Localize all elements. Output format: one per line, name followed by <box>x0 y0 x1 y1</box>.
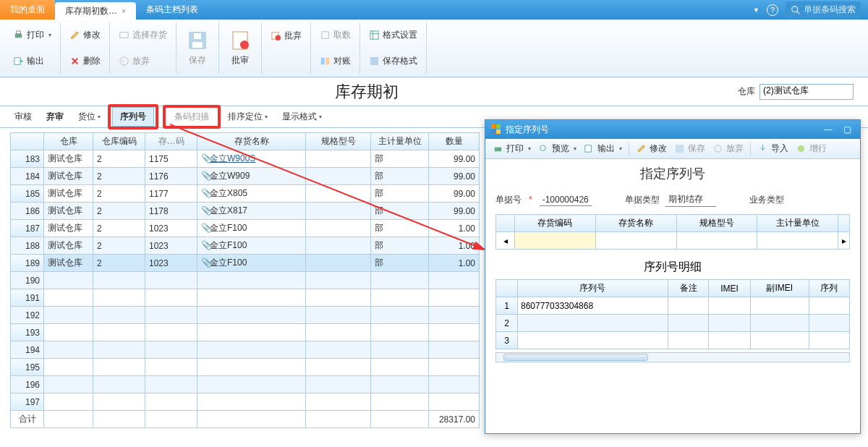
col-unit[interactable]: 主计量单位 <box>371 133 429 150</box>
warehouse-select[interactable]: (2)测试仓库 <box>760 84 854 100</box>
col-imei2[interactable]: 副IMEI <box>750 280 809 297</box>
table-row[interactable]: 195 <box>11 359 480 376</box>
discard-button[interactable]: 放弃 <box>116 54 170 69</box>
col-idx[interactable] <box>11 133 44 150</box>
save-format-button[interactable]: 保存格式 <box>366 54 420 69</box>
save-icon <box>185 28 210 53</box>
svg-rect-25 <box>495 148 501 152</box>
col-qty[interactable]: 数量 <box>429 133 480 150</box>
serial-row[interactable]: 2 <box>496 315 850 332</box>
search-icon <box>791 5 801 15</box>
approve-button[interactable]: 批审 <box>229 53 252 68</box>
sort-button[interactable]: 排序定位▾ <box>221 108 275 126</box>
svg-point-0 <box>792 6 798 12</box>
col-goods-code[interactable]: 存货编码 <box>515 215 596 232</box>
main-grid[interactable]: 仓库 仓库编码 存…码 存货名称 规格型号 主计量单位 数量 183测试仓库21… <box>10 132 479 428</box>
table-row[interactable]: 192 <box>11 307 480 324</box>
warehouse-label: 仓库 <box>733 85 760 98</box>
barcode-scan-button[interactable]: 条码扫描 <box>167 108 216 126</box>
close-icon[interactable]: × <box>122 7 126 15</box>
table-row[interactable]: 194 <box>11 341 480 359</box>
dialog-titlebar[interactable]: 指定序列号 — ▢ <box>485 120 860 139</box>
col-remark[interactable]: 备注 <box>668 280 708 297</box>
dialog-grid-header: 存货编码 存货名称 规格型号 主计量单位 ◂▸ <box>495 214 850 250</box>
maximize-icon[interactable]: ▢ <box>840 124 854 135</box>
serial-row[interactable]: 3 <box>496 332 850 349</box>
table-row[interactable]: 183测试仓库21175📎金立W900S部99.00 <box>11 150 480 168</box>
svg-point-10 <box>240 41 249 49</box>
dialog-hscroll[interactable] <box>495 352 850 362</box>
minimize-icon[interactable]: — <box>821 124 835 135</box>
getqty-button[interactable]: 取数 <box>317 27 354 43</box>
svg-rect-23 <box>491 129 495 134</box>
dlg-addrow-button[interactable]: 增行 <box>793 141 830 156</box>
tab-desktop[interactable]: 我的桌面 <box>0 0 55 20</box>
serial-detail-grid[interactable]: 序列号 备注 IMEI 副IMEI 序列 186077703330486823 <box>495 279 850 349</box>
dlg-save-button[interactable]: 保存 <box>671 141 708 156</box>
dropdown-icon[interactable]: ▼ <box>753 7 760 14</box>
svg-line-1 <box>797 11 800 14</box>
dlg-preview-button[interactable]: 预览▾ <box>535 141 579 156</box>
svg-rect-22 <box>496 124 501 129</box>
table-row[interactable]: 191 <box>11 289 480 307</box>
svg-point-29 <box>715 145 721 152</box>
print-button[interactable]: 打印▾ <box>10 27 54 43</box>
dlg-discard-button[interactable]: 放弃 <box>710 141 746 156</box>
serial-button[interactable]: 序列号 <box>112 107 154 127</box>
table-row[interactable]: 186测试仓库21178📎金立X817部99.00 <box>11 203 480 220</box>
format-button[interactable]: 格式设置 <box>366 27 420 43</box>
table-row[interactable]: 197 <box>11 393 480 411</box>
dlg-modify-button[interactable]: 修改 <box>633 141 670 156</box>
highlight-serial: 序列号 <box>108 104 158 129</box>
discard-audit-button[interactable]: 弃审 <box>39 108 71 126</box>
table-row[interactable]: 196 <box>11 376 480 393</box>
col-serial2[interactable]: 序列 <box>809 280 849 297</box>
output-button[interactable]: 输出 <box>10 54 54 69</box>
tab-current[interactable]: 库存期初数…× <box>55 2 136 20</box>
recon-button[interactable]: 对账 <box>317 54 354 69</box>
save-button[interactable]: 保存 <box>186 53 209 68</box>
dlg-output-button[interactable]: 输出▾ <box>581 141 625 156</box>
table-row[interactable]: 188测试仓库21023📎金立F100部1.00 <box>11 237 480 255</box>
dialog-app-icon <box>491 124 501 135</box>
svg-rect-3 <box>17 31 21 34</box>
col-wh-code[interactable]: 仓库编码 <box>93 133 145 150</box>
col-warehouse[interactable]: 仓库 <box>44 133 93 150</box>
col-unit[interactable]: 主计量单位 <box>757 215 838 232</box>
main-tabbar: 我的桌面 库存期初数…× 条码主档列表 ▼ ? 单据条码搜索 <box>0 0 868 20</box>
dlg-import-button[interactable]: 导入 <box>754 141 791 156</box>
modify-button[interactable]: 修改 <box>67 27 103 43</box>
svg-rect-15 <box>326 58 329 64</box>
serial-row[interactable]: 1860777033304868 <box>496 297 850 315</box>
dlg-print-button[interactable]: 打印▾ <box>490 141 534 156</box>
location-button[interactable]: 货位▾ <box>71 108 108 126</box>
col-goods-name[interactable]: 存货名称 <box>595 215 676 232</box>
select-goods-button[interactable]: 选择存货 <box>116 27 170 43</box>
table-row[interactable]: 189测试仓库21023📎金立F100部1.00 <box>11 255 480 272</box>
col-goods-code[interactable]: 存…码 <box>145 133 197 150</box>
svg-rect-24 <box>496 129 501 134</box>
col-spec[interactable]: 规格型号 <box>676 215 757 232</box>
col-imei[interactable]: IMEI <box>709 280 751 297</box>
dialog-title: 指定序列号 <box>506 124 549 136</box>
table-row[interactable]: 185测试仓库21177📎金立X805部99.00 <box>11 185 480 203</box>
audit-button[interactable]: 审核 <box>7 108 39 126</box>
highlight-barcode: 条码扫描 <box>163 105 221 129</box>
display-button[interactable]: 显示格式▾ <box>275 108 329 126</box>
table-row[interactable]: 187测试仓库21023📎金立F100部1.00 <box>11 220 480 237</box>
tab-barcode-master[interactable]: 条码主档列表 <box>136 0 208 20</box>
col-serial[interactable]: 序列号 <box>518 280 668 297</box>
col-spec[interactable]: 规格型号 <box>306 133 371 150</box>
delete-button[interactable]: 删除 <box>67 54 103 69</box>
goods-code-cell[interactable] <box>515 232 596 250</box>
col-goods-name[interactable]: 存货名称 <box>197 133 306 150</box>
help-icon[interactable]: ? <box>767 4 778 16</box>
batch-discard-button[interactable]: 批弃 <box>268 28 305 43</box>
table-row[interactable]: 184测试仓库21176📎金立W909部99.00 <box>11 168 480 185</box>
biz-type-label: 业务类型 <box>749 194 784 206</box>
search-input[interactable]: 单据条码搜索 <box>786 1 861 18</box>
table-row[interactable]: 190 <box>11 272 480 289</box>
svg-rect-7 <box>192 42 203 48</box>
table-row[interactable]: 193 <box>11 324 480 341</box>
approve-icon <box>228 28 252 53</box>
